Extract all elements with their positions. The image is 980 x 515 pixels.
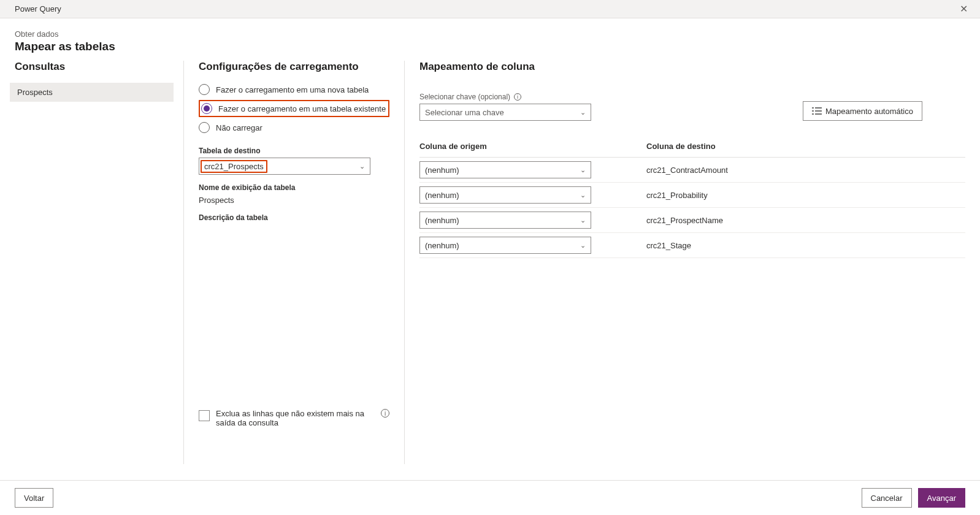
radio-label: Não carregar xyxy=(216,123,262,132)
exclude-rows-checkbox[interactable] xyxy=(199,410,210,421)
column-mapping-heading: Mapeamento de coluna xyxy=(419,61,965,73)
next-button[interactable]: Avançar xyxy=(918,488,965,508)
radio-existing-table[interactable]: Fazer o carregamento em uma tabela exist… xyxy=(201,102,386,115)
load-settings-heading: Configurações de carregamento xyxy=(199,61,389,73)
mapping-row: (nenhum) ⌄ crc21_ContractAmount xyxy=(419,158,965,183)
info-icon[interactable]: i xyxy=(381,409,389,418)
queries-heading: Consultas xyxy=(15,61,169,73)
dest-column-value: crc21_ContractAmount xyxy=(646,166,965,175)
back-label: Voltar xyxy=(24,494,44,503)
source-column-value: (nenhum) xyxy=(425,166,459,175)
window-title: Power Query xyxy=(15,4,61,13)
exclude-rows-label: Exclua as linhas que não existem mais na… xyxy=(216,409,371,427)
close-icon[interactable]: ✕ xyxy=(955,1,973,17)
dest-column-value: crc21_Probability xyxy=(646,191,965,200)
dest-table-label: Tabela de destino xyxy=(199,147,389,155)
mapping-row: (nenhum) ⌄ crc21_Stage xyxy=(419,233,965,258)
mapping-row: (nenhum) ⌄ crc21_ProspectName xyxy=(419,208,965,233)
description-label: Descrição da tabela xyxy=(199,213,389,222)
column-header-source: Coluna de origem xyxy=(419,142,646,151)
chevron-down-icon: ⌄ xyxy=(580,191,586,199)
mapping-row: (nenhum) ⌄ crc21_Probability xyxy=(419,183,965,208)
radio-no-load[interactable]: Não carregar xyxy=(199,121,389,134)
breadcrumb: Obter dados xyxy=(15,29,965,39)
display-name-label: Nome de exibição da tabela xyxy=(199,183,389,192)
radio-icon xyxy=(199,84,210,95)
select-key-placeholder: Selecionar uma chave xyxy=(425,108,504,117)
dest-column-value: crc21_Stage xyxy=(646,241,965,250)
source-column-select[interactable]: (nenhum) ⌄ xyxy=(419,161,591,178)
query-item-prospects[interactable]: Prospects xyxy=(10,83,174,102)
source-column-value: (nenhum) xyxy=(425,241,459,250)
select-key-dropdown[interactable]: Selecionar uma chave ⌄ xyxy=(419,104,591,121)
highlight-existing-table-radio: Fazer o carregamento em uma tabela exist… xyxy=(199,100,389,117)
list-icon xyxy=(812,107,822,115)
radio-label: Fazer o carregamento em uma tabela exist… xyxy=(218,104,386,113)
display-name-value: Prospects xyxy=(199,196,389,205)
radio-icon xyxy=(199,122,210,133)
chevron-down-icon: ⌄ xyxy=(580,242,586,250)
chevron-down-icon: ⌄ xyxy=(580,109,586,116)
source-column-select[interactable]: (nenhum) ⌄ xyxy=(419,237,591,254)
dest-column-value: crc21_ProspectName xyxy=(646,216,965,225)
window-titlebar: Power Query ✕ xyxy=(0,0,980,18)
chevron-down-icon: ⌄ xyxy=(580,216,586,224)
radio-icon xyxy=(201,103,212,114)
page-title: Mapear as tabelas xyxy=(15,40,965,53)
dest-table-value: crc21_Prospects xyxy=(204,162,264,171)
auto-mapping-button[interactable]: Mapeamento automático xyxy=(803,101,922,121)
column-header-dest: Coluna de destino xyxy=(646,142,965,151)
auto-mapping-label: Mapeamento automático xyxy=(825,107,913,116)
select-key-label: Selecionar chave (opcional) xyxy=(419,93,510,101)
radio-label: Fazer o carregamento em uma nova tabela xyxy=(216,85,369,94)
next-label: Avançar xyxy=(927,494,956,503)
cancel-button[interactable]: Cancelar xyxy=(862,488,912,508)
radio-new-table[interactable]: Fazer o carregamento em uma nova tabela xyxy=(199,83,389,96)
cancel-label: Cancelar xyxy=(871,494,903,503)
chevron-down-icon: ⌄ xyxy=(359,162,365,170)
chevron-down-icon: ⌄ xyxy=(580,166,586,174)
source-column-select[interactable]: (nenhum) ⌄ xyxy=(419,212,591,229)
source-column-value: (nenhum) xyxy=(425,191,459,200)
dest-table-select[interactable]: crc21_Prospects ⌄ xyxy=(199,158,370,175)
info-icon[interactable]: i xyxy=(514,93,521,101)
back-button[interactable]: Voltar xyxy=(15,488,53,508)
source-column-value: (nenhum) xyxy=(425,216,459,225)
source-column-select[interactable]: (nenhum) ⌄ xyxy=(419,186,591,204)
